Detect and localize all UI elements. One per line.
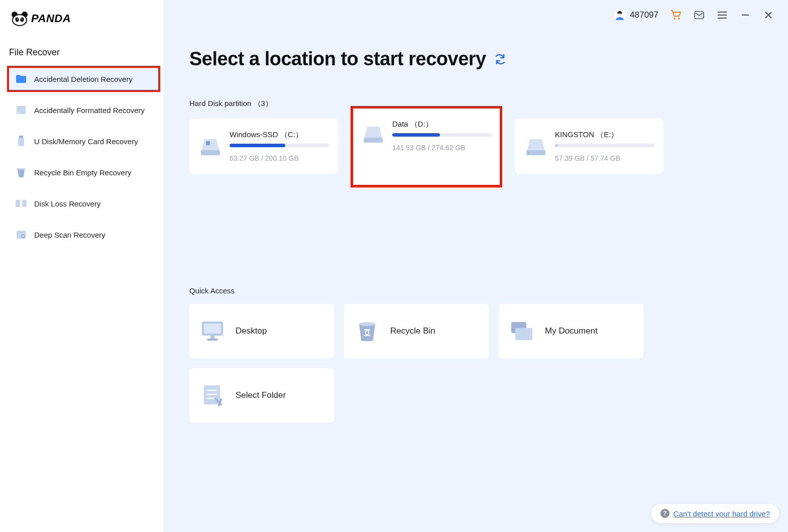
cart-icon[interactable] bbox=[670, 10, 682, 21]
quick-access-documents[interactable]: My Document bbox=[499, 304, 643, 358]
help-icon: ? bbox=[660, 509, 669, 518]
partition-card-d[interactable]: Data （D:） 141.93 GB / 274.62 GB bbox=[352, 108, 501, 186]
sidebar-item-label: Accidental Deletion Recovery bbox=[34, 75, 133, 83]
page-title: Select a location to start recovery bbox=[189, 48, 486, 70]
drive-stats: 63.27 GB / 200.10 GB bbox=[230, 154, 329, 162]
drive-name: KINGSTON （E:） bbox=[555, 130, 654, 140]
brand-name: PANDA bbox=[31, 12, 71, 25]
quick-access-select-folder[interactable]: Select Folder bbox=[189, 368, 334, 422]
titlebar: 487097 bbox=[614, 9, 774, 21]
svg-point-31 bbox=[366, 140, 367, 141]
sidebar-item-udisk[interactable]: U Disk/Memory Card Recovery bbox=[0, 128, 163, 154]
drive-usage-bar bbox=[230, 144, 329, 147]
svg-point-6 bbox=[22, 19, 23, 20]
svg-rect-12 bbox=[16, 200, 20, 207]
panda-icon bbox=[11, 11, 28, 26]
help-link[interactable]: Can't detect your hard drive? bbox=[673, 509, 770, 518]
svg-point-2 bbox=[13, 15, 27, 26]
refresh-icon bbox=[494, 53, 506, 65]
minimize-icon[interactable] bbox=[740, 10, 751, 21]
partition-card-c[interactable]: Windows-SSD （C:） 63.27 GB / 200.10 GB bbox=[189, 119, 338, 174]
quick-access-recycle[interactable]: Recycle Bin bbox=[344, 304, 489, 358]
svg-rect-11 bbox=[17, 168, 26, 170]
svg-rect-7 bbox=[17, 106, 26, 114]
drive-small-icon bbox=[15, 104, 27, 116]
sidebar-item-recycle-empty[interactable]: Recycle Bin Empty Recovery bbox=[0, 159, 163, 185]
sidebar-item-formatted[interactable]: Accidentally Formatted Recovery bbox=[0, 97, 163, 123]
sidebar-item-accidental-deletion[interactable]: Accidental Deletion Recovery bbox=[7, 66, 160, 92]
menu-icon[interactable] bbox=[717, 10, 728, 21]
app-logo: PANDA bbox=[0, 7, 163, 40]
main-panel: 487097 Select a location to start recove… bbox=[163, 0, 788, 532]
sidebar-section-title: File Recover bbox=[0, 40, 163, 63]
close-icon[interactable] bbox=[763, 10, 774, 21]
svg-point-33 bbox=[528, 152, 530, 154]
refresh-button[interactable] bbox=[494, 52, 508, 66]
svg-rect-13 bbox=[22, 200, 27, 207]
usb-icon bbox=[15, 135, 27, 147]
drive-usage-bar bbox=[555, 144, 654, 147]
drive-stats: 141.93 GB / 274.62 GB bbox=[392, 144, 492, 152]
quick-access-row: Desktop Recycle Bin My Document Select F… bbox=[189, 304, 762, 422]
quick-access-label-text: My Document bbox=[545, 326, 598, 336]
partition-card-e[interactable]: KINGSTON （E:） 57.39 GB / 57.74 GB bbox=[515, 119, 663, 174]
svg-point-29 bbox=[203, 152, 204, 154]
recycle-icon bbox=[355, 319, 379, 343]
mail-icon[interactable] bbox=[694, 10, 705, 21]
documents-icon bbox=[510, 319, 534, 343]
avatar-icon bbox=[614, 9, 626, 21]
svg-point-19 bbox=[678, 18, 680, 20]
sidebar-item-label: Disk Loss Recovery bbox=[34, 199, 101, 208]
drive-name: Data （D:） bbox=[392, 120, 492, 129]
scan-icon bbox=[15, 229, 27, 241]
svg-point-8 bbox=[18, 112, 20, 114]
sidebar-item-label: U Disk/Memory Card Recovery bbox=[34, 137, 138, 146]
svg-rect-9 bbox=[19, 136, 23, 138]
sidebar: PANDA File Recover Accidental Deletion R… bbox=[0, 0, 163, 532]
select-folder-icon bbox=[200, 383, 224, 407]
svg-point-5 bbox=[17, 19, 18, 20]
sidebar-item-label: Deep Scan Recovery bbox=[34, 231, 105, 239]
quick-access-label-text: Recycle Bin bbox=[390, 326, 435, 336]
bin-icon bbox=[15, 166, 27, 178]
sidebar-item-deep-scan[interactable]: Deep Scan Recovery bbox=[0, 222, 163, 248]
partitions-row: Windows-SSD （C:） 63.27 GB / 200.10 GB Da… bbox=[189, 119, 762, 186]
sidebar-item-disk-loss[interactable]: Disk Loss Recovery bbox=[0, 190, 163, 217]
svg-rect-10 bbox=[18, 138, 24, 146]
quick-access-desktop[interactable]: Desktop bbox=[189, 304, 334, 358]
svg-rect-35 bbox=[204, 324, 221, 334]
svg-rect-40 bbox=[515, 328, 532, 340]
drive-icon bbox=[524, 134, 548, 158]
desktop-icon bbox=[200, 319, 224, 343]
quick-access-label-text: Desktop bbox=[236, 326, 267, 336]
quick-access-label: Quick Access bbox=[189, 286, 762, 295]
help-chip[interactable]: ? Can't detect your hard drive? bbox=[651, 504, 779, 523]
svg-rect-28 bbox=[206, 141, 210, 145]
svg-rect-36 bbox=[210, 336, 214, 339]
drive-usage-bar bbox=[392, 133, 492, 137]
user-chip[interactable]: 487097 bbox=[614, 9, 658, 21]
svg-point-38 bbox=[359, 322, 375, 326]
drive-stats: 57.39 GB / 57.74 GB bbox=[555, 154, 654, 162]
folder-icon bbox=[15, 73, 27, 85]
book-icon bbox=[15, 197, 27, 209]
user-id: 487097 bbox=[630, 10, 658, 20]
sidebar-item-label: Recycle Bin Empty Recovery bbox=[34, 168, 131, 177]
drive-name: Windows-SSD （C:） bbox=[230, 130, 329, 140]
drive-icon bbox=[361, 122, 385, 146]
quick-access-label-text: Select Folder bbox=[236, 390, 286, 400]
svg-point-18 bbox=[673, 18, 676, 20]
drive-icon bbox=[198, 134, 222, 158]
sidebar-item-label: Accidentally Formatted Recovery bbox=[34, 106, 145, 115]
svg-rect-37 bbox=[207, 339, 218, 341]
svg-rect-20 bbox=[695, 12, 704, 19]
